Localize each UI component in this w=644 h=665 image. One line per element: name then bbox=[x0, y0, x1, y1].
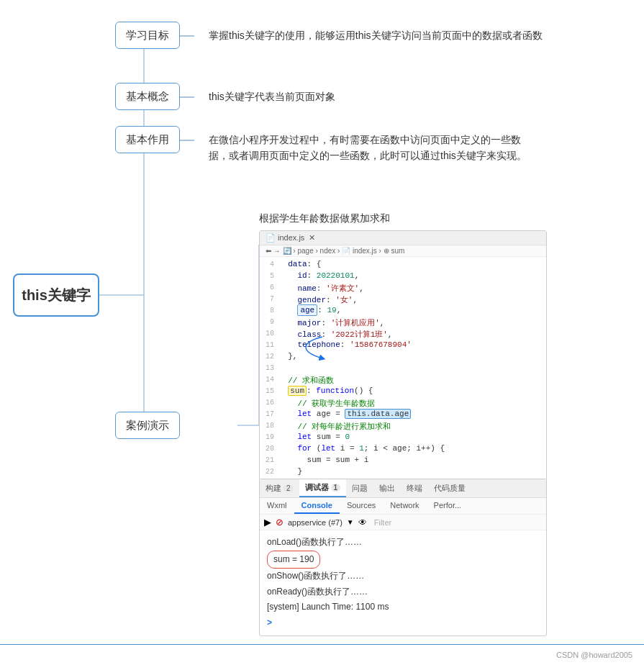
learning-goal-content: 掌握this关键字的使用，能够运用this关键字访问当前页面中的数据或者函数 bbox=[209, 22, 543, 43]
debug-main-tabs: 构建 2 调试器 1 问题 输出 终端 代码质量 bbox=[260, 479, 546, 498]
tab-output[interactable]: 输出 bbox=[373, 479, 401, 497]
code-line: 5 id: 20220101, bbox=[260, 271, 546, 283]
run-icon[interactable]: ▶ bbox=[264, 517, 271, 528]
code-line: 15 sum: function() { bbox=[260, 386, 546, 398]
code-line: 10 class: '2022计算1班', bbox=[260, 329, 546, 340]
code-line: 17 let age = this.data.age bbox=[260, 410, 546, 421]
h-line-3 bbox=[180, 140, 194, 141]
subtab-wxml[interactable]: Wxml bbox=[260, 498, 294, 514]
output-line-3: onShow()函数执行了…… bbox=[267, 569, 539, 584]
code-line: 8 age: 19, bbox=[260, 306, 546, 317]
h-line-1 bbox=[180, 35, 194, 37]
keyword-box: this关键字 bbox=[13, 273, 99, 317]
subtab-network[interactable]: Network bbox=[383, 498, 426, 514]
code-line: 6 name: '许素文', bbox=[260, 283, 546, 294]
subtab-sources[interactable]: Sources bbox=[340, 498, 383, 514]
code-line: 18 // 对每年龄进行累加求和 bbox=[260, 421, 546, 433]
basic-usage-label: 基本作用 bbox=[115, 126, 180, 153]
watermark: CSDN @howard2005 bbox=[556, 651, 632, 659]
code-line: 9 major: '计算机应用', bbox=[260, 317, 546, 329]
tab-issues[interactable]: 问题 bbox=[346, 479, 373, 497]
code-line: 14 // 求和函数 bbox=[260, 375, 546, 386]
basic-concept-content: this关键字代表当前页面对象 bbox=[209, 83, 335, 104]
subtab-performance[interactable]: Perfor... bbox=[427, 498, 469, 514]
code-line: 16 // 获取学生年龄数据 bbox=[260, 398, 546, 410]
subtab-console[interactable]: Console bbox=[294, 498, 340, 514]
output-line-5: [system] Launch Time: 1100 ms bbox=[267, 600, 539, 615]
tab-terminal[interactable]: 终端 bbox=[401, 479, 428, 497]
code-line: 20 for (let i = 1; i < age; i++) { bbox=[260, 444, 546, 456]
output-line-1: onLoad()函数执行了…… bbox=[267, 535, 539, 551]
code-filename: 📄 index.js bbox=[266, 233, 304, 243]
basic-concept-label: 基本概念 bbox=[115, 83, 180, 110]
code-close-icon[interactable]: ✕ bbox=[309, 233, 315, 243]
tab-build[interactable]: 构建 2 bbox=[260, 479, 299, 497]
code-breadcrumb: ⬅ → 🔄 › page › ndex › 📄 index.js › ⊕ sum bbox=[260, 245, 546, 257]
debug-subtabs: Wxml Console Sources Network Perfor... bbox=[260, 498, 546, 515]
tab-code-quality[interactable]: 代码质量 bbox=[428, 479, 471, 497]
h-line-2 bbox=[180, 96, 194, 98]
code-line: 22 } bbox=[260, 467, 546, 479]
case-subtitle: 根据学生年龄数据做累加求和 bbox=[259, 212, 390, 225]
keyword-label: this关键字 bbox=[22, 286, 91, 305]
code-tab-bar: 📄 index.js ✕ bbox=[260, 231, 546, 245]
case-demo-label: 案例演示 bbox=[115, 412, 180, 439]
basic-usage-content: 在微信小程序开发过程中，有时需要在函数中访问页面中定义的一些数据，或者调用页面中… bbox=[209, 126, 540, 164]
debug-panel: 构建 2 调试器 1 问题 输出 终端 代码质量 Wxml Console bbox=[259, 479, 547, 636]
debug-toolbar: ▶ ⊘ appservice (#7) ▼ 👁 Filter bbox=[260, 515, 546, 530]
section-learning-goal: 学习目标 掌握this关键字的使用，能够运用this关键字访问当前页面中的数据或… bbox=[115, 22, 543, 49]
code-line: 4 data: { bbox=[260, 260, 546, 271]
main-container: this关键字 学习目标 掌握this关键字的使用，能够运用this关键字访问当… bbox=[0, 0, 644, 665]
code-line: 13 bbox=[260, 363, 546, 375]
eye-icon[interactable]: 👁 bbox=[358, 517, 367, 528]
output-line-6: > bbox=[267, 615, 539, 631]
tab-debugger[interactable]: 调试器 1 bbox=[299, 479, 347, 497]
section-basic-usage: 基本作用 在微信小程序开发过程中，有时需要在函数中访问页面中定义的一些数据，或者… bbox=[115, 126, 540, 164]
output-line-4: onReady()函数执行了…… bbox=[267, 584, 539, 600]
code-line: 12 }, bbox=[260, 352, 546, 363]
code-line: 19 let sum = 0 bbox=[260, 433, 546, 444]
debug-output: onLoad()函数执行了…… sum = 190 onShow()函数执行了…… bbox=[260, 530, 546, 635]
service-selector[interactable]: appservice (#7) bbox=[288, 518, 343, 527]
learning-goal-label: 学习目标 bbox=[115, 22, 180, 49]
bottom-line bbox=[0, 644, 644, 645]
output-line-2: sum = 190 bbox=[267, 551, 539, 569]
section-basic-concept: 基本概念 this关键字代表当前页面对象 bbox=[115, 83, 335, 110]
block-icon[interactable]: ⊘ bbox=[276, 517, 284, 528]
dropdown-icon[interactable]: ▼ bbox=[347, 518, 354, 526]
filter-placeholder: Filter bbox=[374, 518, 391, 527]
code-line: 11 telephone: '15867678904' bbox=[260, 340, 546, 352]
code-line: 21 sum = sum + i bbox=[260, 456, 546, 467]
